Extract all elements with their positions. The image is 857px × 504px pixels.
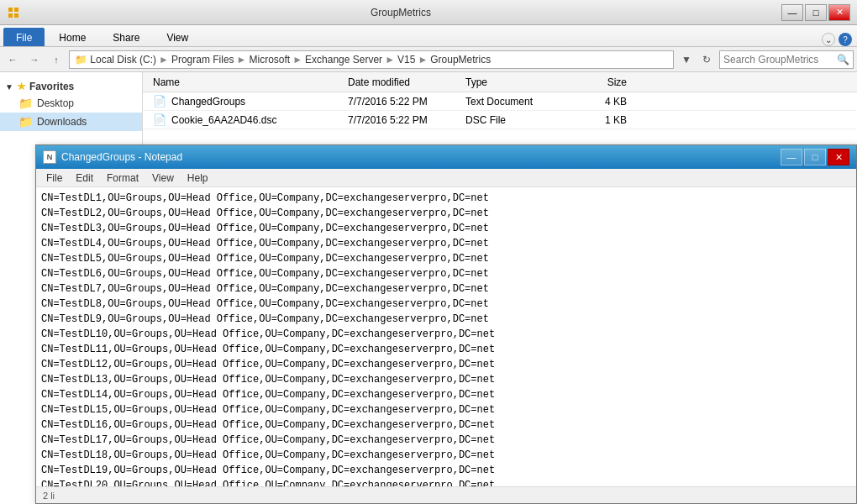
sidebar-item-label: Downloads <box>37 116 87 128</box>
notepad-line: CN=TestDL10,OU=Groups,OU=Head Office,OU=… <box>41 327 851 342</box>
notepad-line: CN=TestDL16,OU=Groups,OU=Head Office,OU=… <box>41 417 851 433</box>
notepad-minimize-button[interactable]: — <box>781 149 802 165</box>
notepad-menu-format[interactable]: Format <box>100 171 145 186</box>
breadcrumb-program-files: Program Files <box>171 54 234 66</box>
address-row: ← → ↑ 📁 Local Disk (C:) ► Program Files … <box>0 47 857 72</box>
notepad-line: CN=TestDL18,OU=Groups,OU=Head Office,OU=… <box>41 448 851 463</box>
breadcrumb-groupmetrics: GroupMetrics <box>430 54 491 66</box>
tab-view[interactable]: View <box>154 28 201 46</box>
notepad-line: CN=TestDL8,OU=Groups,OU=Head Office,OU=C… <box>41 297 851 312</box>
col-type-header[interactable]: Type <box>465 76 566 88</box>
svg-rect-1 <box>14 8 18 12</box>
minimize-button[interactable]: — <box>781 4 803 21</box>
col-size-header[interactable]: Size <box>566 76 634 88</box>
back-button[interactable]: ← <box>3 50 22 69</box>
ribbon-tabs: File Home Share View ⌄ ? <box>0 25 857 47</box>
up-button[interactable]: ↑ <box>47 50 66 69</box>
dropdown-button[interactable]: ▼ <box>677 50 696 69</box>
notepad-line: CN=TestDL1,OU=Groups,OU=Head Office,OU=C… <box>41 191 851 206</box>
notepad-line: CN=TestDL20,OU=Groups,OU=Head Office,OU=… <box>41 478 851 486</box>
expand-icon: ▼ <box>5 82 13 92</box>
notepad-line: CN=TestDL5,OU=Groups,OU=Head Office,OU=C… <box>41 251 851 266</box>
file-row-changedgroups[interactable]: 📄 ChangedGroups 7/7/2016 5:22 PM Text Do… <box>143 92 857 111</box>
notepad-menu-help[interactable]: Help <box>181 171 215 186</box>
notepad-menu-edit[interactable]: Edit <box>69 171 100 186</box>
sidebar-item-label: Desktop <box>37 97 74 109</box>
file-icon: 📄 <box>153 95 166 108</box>
notepad-menu-file[interactable]: File <box>39 171 69 186</box>
file-name: Cookie_6AA2AD46.dsc <box>171 114 276 126</box>
refresh-button[interactable]: ↻ <box>697 50 716 69</box>
notepad-content[interactable]: CN=TestDL1,OU=Groups,OU=Head Office,OU=C… <box>36 187 856 486</box>
favorites-section: ▼ ★ Favorites 📁 Desktop 📁 Downloads <box>0 79 142 131</box>
file-type: DSC File <box>465 114 566 126</box>
search-input[interactable] <box>723 54 833 66</box>
file-size: 1 KB <box>566 114 634 126</box>
file-list-header: Name Date modified Type Size <box>143 72 857 92</box>
notepad-line: CN=TestDL2,OU=Groups,OU=Head Office,OU=C… <box>41 206 851 221</box>
file-name: ChangedGroups <box>171 96 245 108</box>
notepad-line: CN=TestDL14,OU=Groups,OU=Head Office,OU=… <box>41 387 851 402</box>
notepad-line: CN=TestDL4,OU=Groups,OU=Head Office,OU=C… <box>41 236 851 251</box>
tab-file[interactable]: File <box>3 28 45 46</box>
help-button[interactable]: ? <box>839 33 852 46</box>
app-icon <box>7 6 20 19</box>
sidebar-item-desktop[interactable]: 📁 Desktop <box>0 94 142 113</box>
file-size: 4 KB <box>566 96 634 108</box>
file-icon: 📄 <box>153 113 166 126</box>
file-date: 7/7/2016 5:22 PM <box>348 96 465 108</box>
tab-home[interactable]: Home <box>46 28 98 46</box>
notepad-line: CN=TestDL11,OU=Groups,OU=Head Office,OU=… <box>41 342 851 357</box>
favorites-label: Favorites <box>29 81 74 92</box>
svg-rect-2 <box>8 13 13 18</box>
notepad-menu-view[interactable]: View <box>145 171 181 186</box>
close-button[interactable]: ✕ <box>828 4 850 21</box>
folder-icon: 📁 <box>18 115 33 129</box>
window-title: GroupMetrics <box>20 7 781 18</box>
notepad-icon: N <box>43 150 56 164</box>
col-date-header[interactable]: Date modified <box>348 76 465 88</box>
notepad-line: CN=TestDL19,OU=Groups,OU=Head Office,OU=… <box>41 463 851 478</box>
breadcrumb-microsoft: Microsoft <box>249 54 290 66</box>
address-bar[interactable]: 📁 Local Disk (C:) ► Program Files ► Micr… <box>69 50 674 69</box>
notepad-line: CN=TestDL9,OU=Groups,OU=Head Office,OU=C… <box>41 312 851 327</box>
notepad-line: CN=TestDL6,OU=Groups,OU=Head Office,OU=C… <box>41 266 851 281</box>
notepad-line: CN=TestDL15,OU=Groups,OU=Head Office,OU=… <box>41 402 851 417</box>
restore-button[interactable]: □ <box>805 4 827 21</box>
tab-share[interactable]: Share <box>100 28 152 46</box>
notepad-menubar: File Edit Format View Help <box>36 169 856 187</box>
file-date: 7/7/2016 5:22 PM <box>348 114 465 126</box>
statusbar-left: 2 li <box>43 491 55 501</box>
notepad-line: CN=TestDL7,OU=Groups,OU=Head Office,OU=C… <box>41 281 851 297</box>
notepad-line: CN=TestDL3,OU=Groups,OU=Head Office,OU=C… <box>41 221 851 236</box>
svg-rect-3 <box>14 13 18 18</box>
svg-rect-0 <box>8 8 13 12</box>
folder-icon: 📁 <box>18 97 33 110</box>
breadcrumb-v15: V15 <box>397 54 415 66</box>
notepad-titlebar: N ChangedGroups - Notepad — □ ✕ <box>36 145 856 169</box>
forward-button[interactable]: → <box>25 50 44 69</box>
notepad-window: N ChangedGroups - Notepad — □ ✕ File Edi… <box>35 144 857 504</box>
notepad-statusbar: 2 li <box>36 486 856 503</box>
star-icon: ★ <box>17 81 26 92</box>
favorites-header[interactable]: ▼ ★ Favorites <box>0 79 142 94</box>
search-icon: 🔍 <box>837 54 849 66</box>
expand-ribbon-button[interactable]: ⌄ <box>822 33 835 46</box>
title-bar: GroupMetrics — □ ✕ <box>0 0 857 25</box>
breadcrumb-drive: 📁 Local Disk (C:) <box>75 54 156 66</box>
breadcrumb-exchange: Exchange Server <box>305 54 382 66</box>
sidebar-item-downloads[interactable]: 📁 Downloads <box>0 113 142 131</box>
notepad-line: CN=TestDL17,OU=Groups,OU=Head Office,OU=… <box>41 433 851 448</box>
file-row-cookie[interactable]: 📄 Cookie_6AA2AD46.dsc 7/7/2016 5:22 PM D… <box>143 111 857 129</box>
col-name-header[interactable]: Name <box>146 76 348 88</box>
notepad-line: CN=TestDL12,OU=Groups,OU=Head Office,OU=… <box>41 357 851 372</box>
file-type: Text Document <box>465 96 566 108</box>
search-box[interactable]: 🔍 <box>719 50 854 69</box>
notepad-line: CN=TestDL13,OU=Groups,OU=Head Office,OU=… <box>41 372 851 387</box>
notepad-close-button[interactable]: ✕ <box>828 149 849 165</box>
notepad-restore-button[interactable]: □ <box>804 149 826 165</box>
notepad-title: ChangedGroups - Notepad <box>61 151 182 163</box>
